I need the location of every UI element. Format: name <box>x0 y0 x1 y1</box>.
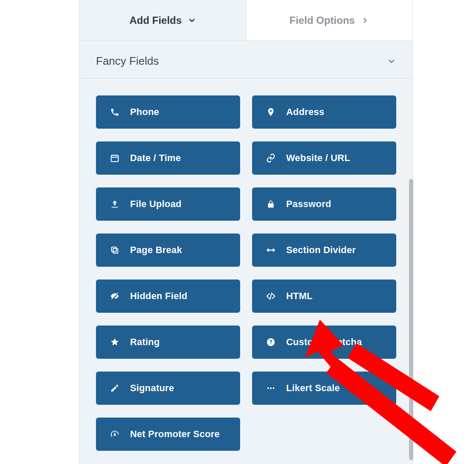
gauge-icon <box>109 429 121 439</box>
ellipsis-icon <box>265 383 277 393</box>
field-label: Rating <box>130 337 160 348</box>
code-icon <box>265 291 277 301</box>
field-label: Page Break <box>130 245 182 256</box>
field-custom-captcha[interactable]: Custom Captcha <box>252 326 396 359</box>
eye-slash-icon <box>109 291 121 301</box>
tab-field-options[interactable]: Field Options <box>247 0 413 40</box>
field-label: Signature <box>130 383 174 394</box>
star-icon <box>109 337 121 347</box>
svg-line-7 <box>270 293 272 300</box>
field-label: Section Divider <box>286 245 356 256</box>
tab-bar: Add Fields Field Options <box>80 0 412 41</box>
chevron-down-icon <box>188 16 196 25</box>
tab-label: Field Options <box>290 14 355 26</box>
field-section-divider[interactable]: Section Divider <box>252 233 396 267</box>
svg-rect-0 <box>111 156 119 162</box>
chevron-down-icon <box>387 57 396 66</box>
field-phone[interactable]: Phone <box>96 95 240 129</box>
sidebar-panel: Add Fields Field Options Fancy Fields Ph… <box>79 0 413 464</box>
field-label: Phone <box>130 107 159 118</box>
tab-label: Add Fields <box>129 14 182 26</box>
scrollbar-thumb[interactable] <box>409 179 413 460</box>
svg-point-11 <box>273 387 274 389</box>
phone-icon <box>109 107 121 117</box>
svg-rect-4 <box>113 248 118 253</box>
copy-icon <box>109 245 121 255</box>
field-html[interactable]: HTML <box>252 280 396 313</box>
field-password[interactable]: Password <box>252 187 396 221</box>
field-label: Date / Time <box>130 153 181 164</box>
pencil-icon <box>109 383 121 393</box>
field-rating[interactable]: Rating <box>96 326 240 359</box>
field-signature[interactable]: Signature <box>96 372 240 405</box>
lock-icon <box>265 199 277 209</box>
calendar-icon <box>109 153 121 163</box>
field-label: HTML <box>286 291 313 302</box>
field-address[interactable]: Address <box>252 95 396 129</box>
divider-icon <box>265 245 277 255</box>
svg-point-9 <box>267 387 269 389</box>
field-label: Likert Scale <box>286 383 340 394</box>
field-label: Hidden Field <box>130 291 187 302</box>
fields-scroll-area[interactable]: Phone Address Date / Time Website / URL <box>80 78 412 464</box>
field-file-upload[interactable]: File Upload <box>96 187 240 221</box>
field-website-url[interactable]: Website / URL <box>252 141 396 175</box>
tab-add-fields[interactable]: Add Fields <box>80 0 247 40</box>
upload-icon <box>109 199 121 209</box>
section-title: Fancy Fields <box>96 55 159 68</box>
field-label: File Upload <box>130 199 182 210</box>
fields-grid: Phone Address Date / Time Website / URL <box>96 78 396 451</box>
field-label: Net Promoter Score <box>130 429 220 440</box>
field-page-break[interactable]: Page Break <box>96 233 240 267</box>
chevron-right-icon <box>361 16 369 25</box>
field-likert-scale[interactable]: Likert Scale <box>252 372 396 405</box>
section-header-fancy-fields[interactable]: Fancy Fields <box>80 41 412 78</box>
field-label: Password <box>286 199 331 210</box>
svg-point-10 <box>270 387 272 389</box>
field-net-promoter-score[interactable]: Net Promoter Score <box>96 418 240 451</box>
svg-rect-5 <box>112 247 116 252</box>
question-circle-icon <box>265 337 277 347</box>
field-label: Address <box>286 107 324 118</box>
field-hidden-field[interactable]: Hidden Field <box>96 280 240 313</box>
link-icon <box>265 153 277 163</box>
field-label: Custom Captcha <box>286 337 362 348</box>
field-date-time[interactable]: Date / Time <box>96 141 240 175</box>
map-pin-icon <box>265 107 277 117</box>
field-label: Website / URL <box>286 153 350 164</box>
